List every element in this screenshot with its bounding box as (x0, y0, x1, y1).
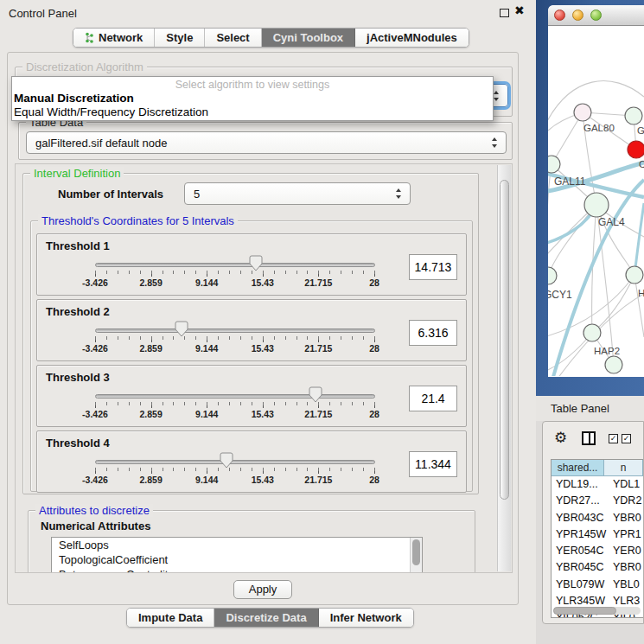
combo-stepper-icon (494, 91, 500, 101)
threshold-slider-handle[interactable] (249, 255, 263, 271)
checkbox-icon[interactable]: ✓ (609, 434, 618, 443)
node-gal80[interactable] (574, 104, 591, 121)
table-panel-toolbar: ⚙ ✓ ✓ (543, 422, 643, 458)
threshold-slider-track[interactable] (95, 394, 375, 399)
apply-button[interactable]: Apply (233, 580, 292, 599)
slider-scale-labels: -3.4262.8599.14415.4321.71528 (95, 409, 376, 421)
node-right[interactable] (626, 266, 643, 284)
threshold-value-field[interactable]: 11.344 (409, 451, 457, 477)
close-traffic-light-icon[interactable] (554, 10, 565, 21)
threshold-slider-handle[interactable] (220, 452, 233, 469)
network-canvas[interactable]: GAL80 GA C GAL11 GAL4 GCY1 HAP2 H (548, 26, 644, 376)
node-top-right[interactable] (625, 107, 642, 124)
table-cell-shared-name[interactable]: YDL19... (552, 476, 609, 493)
threshold-label: Threshold 4 (46, 437, 110, 450)
network-window-titlebar[interactable] (548, 5, 644, 26)
column-header-shared-name[interactable]: shared... (552, 460, 604, 476)
settings-scrollbar-thumb[interactable] (500, 180, 509, 500)
attribute-list-item[interactable]: SelfLoops (52, 538, 422, 552)
scale-label: 15.43 (252, 475, 274, 485)
dropdown-option-manual-discretization[interactable]: Manual Discretization (14, 92, 134, 105)
table-cell-name[interactable]: YDR2 (609, 493, 643, 509)
node-hap2[interactable] (583, 324, 601, 341)
table-data-combo[interactable]: galFiltered.sif default node (26, 131, 507, 154)
scale-label: 21.715 (304, 409, 332, 419)
threshold-value-field[interactable]: 21.4 (409, 386, 457, 411)
node-selected-red[interactable] (628, 141, 644, 158)
node-gal11[interactable] (548, 156, 560, 173)
threshold-3-panel: Threshold 3-3.4262.8599.14415.4321.71528… (36, 365, 467, 427)
slider-minor-ticks (95, 402, 376, 405)
table-cell-name[interactable]: YPR1 (609, 526, 643, 543)
column-header-name[interactable]: n (604, 460, 643, 476)
network-graph: GAL80 GA C GAL11 GAL4 GCY1 HAP2 H (548, 26, 644, 376)
table-horizontal-scrollbar-thumb[interactable] (553, 607, 616, 615)
minimize-traffic-light-icon[interactable] (572, 10, 583, 21)
threshold-label: Threshold 2 (46, 305, 110, 318)
float-window-icon[interactable] (500, 9, 509, 17)
settings-scroll-area: Interval Definition Number of Intervals … (15, 163, 513, 573)
zoom-traffic-light-icon[interactable] (590, 10, 602, 21)
network-window: GAL80 GA C GAL11 GAL4 GCY1 HAP2 H (548, 5, 644, 377)
threshold-slider-track[interactable] (95, 263, 375, 267)
tab-cyni-toolbox[interactable]: Cyni Toolbox (262, 29, 355, 47)
tab-infer-network[interactable]: Infer Network (319, 609, 413, 627)
table-row[interactable]: YPR145WYPR1 (552, 526, 643, 543)
node-gal4[interactable] (584, 193, 609, 217)
table-cell-shared-name[interactable]: YBR045C (552, 559, 609, 576)
table-cell-name[interactable]: YBL0 (609, 577, 643, 593)
app-root: Control Panel ✖ NetworkStyleSelectCyni T… (0, 0, 644, 644)
node-gcy1[interactable] (548, 267, 557, 284)
tab-jactivemnodules[interactable]: jActiveMNodules (355, 29, 469, 47)
slider-scale-labels: -3.4262.8599.14415.4321.71528 (95, 277, 376, 290)
table-row[interactable]: YDL19...YDL1 (552, 476, 643, 493)
dropdown-option-equal-width-frequency[interactable]: Equal Width/Frequency Discretization (14, 105, 208, 118)
scale-label: 28 (369, 277, 379, 288)
table-row[interactable]: YBL079WYBL0 (552, 577, 643, 593)
tab-network[interactable]: Network (73, 29, 155, 47)
tab-impute-data[interactable]: Impute Data (127, 609, 214, 627)
settings-scrollbar[interactable] (497, 165, 511, 571)
attribute-list-item[interactable]: BetweennessCentrality (52, 567, 422, 573)
table-row[interactable]: YBR045CYBR0 (552, 559, 643, 576)
tab-discretize-data[interactable]: Discretize Data (214, 609, 318, 627)
threshold-value-field[interactable]: 14.713 (409, 254, 457, 280)
table-horizontal-scrollbar[interactable] (553, 607, 641, 615)
threshold-1-panel: Threshold 1-3.4262.8599.14415.4321.71528… (36, 233, 467, 296)
attributes-list-scrollbar[interactable] (410, 538, 422, 573)
table-cell-shared-name[interactable]: YPR145W (552, 526, 609, 543)
table-row[interactable]: YBR043CYBR0 (552, 510, 643, 526)
table-cell-name[interactable]: YBR0 (609, 559, 643, 576)
table-cell-shared-name[interactable]: YDR27... (552, 493, 609, 509)
table-cell-shared-name[interactable]: YER054C (552, 543, 609, 559)
node-bottom[interactable] (605, 356, 622, 373)
scale-label: 9.144 (195, 277, 218, 288)
tab-select[interactable]: Select (205, 29, 261, 47)
table-header-row: shared... n (552, 460, 643, 476)
checkbox-icon[interactable]: ✓ (622, 434, 631, 443)
table-cell-name[interactable]: YDL1 (609, 476, 643, 493)
table-cell-shared-name[interactable]: YBR043C (552, 510, 609, 526)
threshold-slider-handle[interactable] (175, 321, 188, 337)
threshold-slider-handle[interactable] (309, 386, 322, 403)
gear-icon[interactable]: ⚙ (554, 429, 567, 446)
table-cell-name[interactable]: YBR0 (609, 510, 643, 526)
attribute-list-item[interactable]: TopologicalCoefficient (52, 552, 422, 567)
split-columns-icon[interactable] (582, 431, 596, 445)
node-label-gal4: GAL4 (598, 216, 625, 228)
number-of-intervals-combo[interactable]: 5 (184, 182, 411, 205)
tab-label: Network (99, 31, 143, 44)
threshold-value-field[interactable]: 6.316 (409, 320, 457, 346)
slider-scale-labels: -3.4262.8599.14415.4321.71528 (95, 343, 376, 355)
table-cell-shared-name[interactable]: YBL079W (552, 577, 609, 593)
close-icon[interactable]: ✖ (514, 3, 525, 17)
threshold-slider-track[interactable] (95, 460, 375, 464)
numerical-attributes-list: SelfLoopsTopologicalCoefficientBetweenne… (51, 537, 423, 573)
tab-style[interactable]: Style (155, 29, 205, 47)
threshold-slider-track[interactable] (95, 328, 375, 333)
table-row[interactable]: YER054CYER0 (552, 543, 643, 559)
threshold-4-panel: Threshold 4-3.4262.8599.14415.4321.71528… (36, 430, 467, 493)
control-panel: Control Panel ✖ NetworkStyleSelectCyni T… (0, 0, 536, 644)
table-cell-name[interactable]: YER0 (609, 543, 643, 559)
table-row[interactable]: YDR27...YDR2 (552, 493, 643, 509)
